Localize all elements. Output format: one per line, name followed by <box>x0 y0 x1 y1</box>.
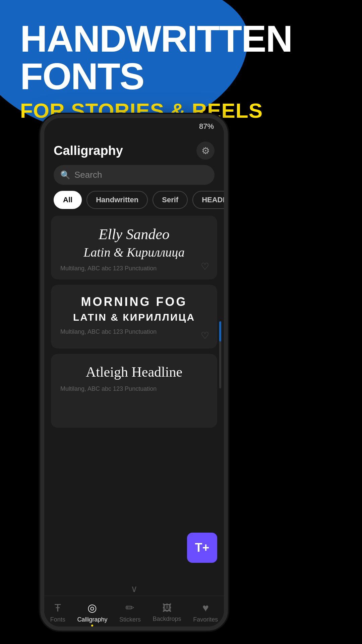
filter-tab-handwritten[interactable]: Handwritten <box>86 191 148 209</box>
favorite-button-2[interactable]: ♡ <box>201 330 209 341</box>
favorites-icon: ♥ <box>202 602 209 614</box>
scroll-chevron: ∨ <box>44 581 224 596</box>
font-line1-3: Atleigh Headline <box>60 364 208 380</box>
search-icon: 🔍 <box>60 170 70 180</box>
font-display-2: MORNING FOG LATIN & КИРИЛЛИЦА <box>60 295 208 323</box>
nav-label-backdrops: Backdrops <box>153 615 181 623</box>
font-line2-2: LATIN & КИРИЛЛИЦА <box>60 312 208 323</box>
filter-tab-serif[interactable]: Serif <box>153 191 188 209</box>
nav-label-fonts: Fonts <box>50 616 65 623</box>
nav-item-calligraphy[interactable]: ◎ Calligraphy <box>77 601 107 623</box>
stickers-icon: ✏ <box>125 601 134 614</box>
phone-frame: 87% Calligraphy ⚙ 🔍 Search All Handwritt… <box>40 114 228 631</box>
scrollbar <box>219 321 221 388</box>
font-meta-3: Multilang, ABC abc 123 Punctuation <box>60 385 208 392</box>
battery-indicator: 87% <box>199 122 214 131</box>
nav-label-stickers: Stickers <box>119 616 141 623</box>
nav-label-favorites: Favorites <box>193 616 218 623</box>
search-bar[interactable]: 🔍 Search <box>54 165 215 185</box>
nav-item-backdrops[interactable]: 🖼 Backdrops <box>153 602 181 623</box>
font-meta-1: Multilang, ABC abc 123 Punctuation <box>60 265 208 272</box>
scrollbar-thumb <box>219 321 221 341</box>
filter-tab-headline[interactable]: HEADLINE <box>192 191 224 209</box>
nav-item-favorites[interactable]: ♥ Favorites <box>193 602 218 623</box>
font-display-3: Atleigh Headline <box>60 364 208 380</box>
font-display-1: Elly Sandeo Latin & Кириллица <box>60 226 208 260</box>
font-card-2[interactable]: MORNING FOG LATIN & КИРИЛЛИЦА Multilang,… <box>51 285 217 348</box>
font-card-1[interactable]: Elly Sandeo Latin & Кириллица Multilang,… <box>51 216 217 279</box>
app-title: Calligraphy <box>54 144 123 158</box>
filter-tab-all[interactable]: All <box>54 191 82 209</box>
font-card-3[interactable]: Atleigh Headline Multilang, ABC abc 123 … <box>51 354 217 428</box>
backdrops-icon: 🖼 <box>162 602 172 613</box>
font-line2-1: Latin & Кириллица <box>60 245 208 260</box>
search-placeholder: Search <box>74 170 102 180</box>
nav-active-dot <box>91 625 93 627</box>
pro-badge-label: T+ <box>195 541 209 555</box>
status-bar: 87% <box>44 118 224 135</box>
font-meta-2: Multilang, ABC abc 123 Punctuation <box>60 328 208 335</box>
nav-label-calligraphy: Calligraphy <box>77 616 107 623</box>
gear-icon: ⚙ <box>201 145 210 156</box>
nav-items: Ŧ Fonts ◎ Calligraphy ✏ Stickers 🖼 Backd… <box>44 601 224 623</box>
favorite-button-1[interactable]: ♡ <box>201 261 209 272</box>
app-header: Calligraphy ⚙ <box>44 135 224 165</box>
nav-item-stickers[interactable]: ✏ Stickers <box>119 601 141 623</box>
filter-tabs: All Handwritten Serif HEADLINE <box>44 191 224 216</box>
hero-title: HANDWRITTENFONTS <box>20 20 292 95</box>
nav-item-fonts[interactable]: Ŧ Fonts <box>50 602 65 623</box>
fonts-icon: Ŧ <box>55 602 61 614</box>
hero-text: HANDWRITTENFONTS FOR STORIES & REELS <box>20 20 292 122</box>
font-cards-list: Elly Sandeo Latin & Кириллица Multilang,… <box>44 216 224 581</box>
calligraphy-icon: ◎ <box>87 601 97 614</box>
pro-badge-button[interactable]: T+ <box>187 533 217 563</box>
font-line1-1: Elly Sandeo <box>60 226 208 243</box>
settings-button[interactable]: ⚙ <box>196 142 215 160</box>
font-line1-2: MORNING FOG <box>60 295 208 309</box>
bottom-nav: Ŧ Fonts ◎ Calligraphy ✏ Stickers 🖼 Backd… <box>44 596 224 627</box>
